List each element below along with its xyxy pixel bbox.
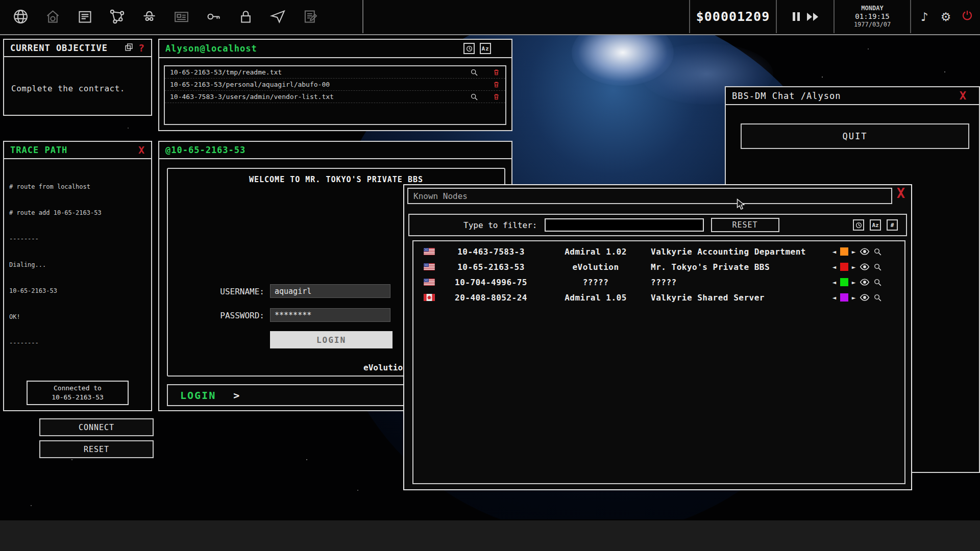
color-next-arrow[interactable]: ► xyxy=(852,280,856,285)
sort-time-icon[interactable] xyxy=(463,43,475,54)
sort-alpha-icon[interactable]: Az xyxy=(870,219,881,231)
watch-node-icon[interactable] xyxy=(860,263,870,270)
files-title: Alyson@localhost xyxy=(165,43,257,54)
trace-title: TRACE PATH xyxy=(10,145,67,155)
topbar-icon-group xyxy=(0,0,363,33)
objective-title-bar: CURRENT OBJECTIVE ? xyxy=(4,40,151,57)
node-row: 20-408-8052-24 Admiral 1.05 Valkyrie Sha… xyxy=(413,290,904,305)
trace-log: # route from localhost # route add 10-65… xyxy=(4,159,151,371)
lock-icon[interactable] xyxy=(234,6,257,28)
node-description: Mr. Tokyo's Private BBS xyxy=(651,262,832,272)
nodes-filter-bar: Type to filter: RESET Az # xyxy=(408,214,907,236)
power-icon[interactable] xyxy=(960,9,975,24)
node-controls: ◄ ► xyxy=(832,293,882,302)
view-file-icon[interactable] xyxy=(470,68,478,77)
watch-node-icon[interactable] xyxy=(860,248,870,255)
file-actions xyxy=(470,68,500,77)
node-description: Valkyrie Shared Server xyxy=(651,293,832,303)
watch-node-icon[interactable] xyxy=(860,279,870,286)
connected-status-box: Connected to 10-65-2163-53 xyxy=(27,381,129,405)
fast-forward-icon[interactable] xyxy=(807,13,819,21)
key-icon[interactable] xyxy=(202,6,225,28)
globe-icon[interactable] xyxy=(9,6,32,28)
watch-node-icon[interactable] xyxy=(860,294,870,301)
file-path: 10-65-2163-53/personal/aquagirl/abufo-00 xyxy=(170,81,330,88)
node-description: ????? xyxy=(651,278,832,287)
date-label: 1977/03/07 xyxy=(854,21,891,29)
chat-close-button[interactable]: X xyxy=(960,90,967,102)
known-nodes-close-button[interactable]: X xyxy=(897,186,905,200)
chat-quit-button[interactable]: QUIT xyxy=(741,123,969,149)
password-field[interactable] xyxy=(270,308,390,322)
newspaper-icon[interactable] xyxy=(74,6,96,28)
pause-icon[interactable] xyxy=(793,12,800,21)
color-prev-arrow[interactable]: ◄ xyxy=(832,249,837,255)
trace-line: -------- xyxy=(9,339,146,347)
node-number: 10-65-2163-53 xyxy=(435,262,547,272)
username-field[interactable] xyxy=(270,284,390,298)
send-message-icon[interactable] xyxy=(266,6,289,28)
username-label: USERNAME: xyxy=(168,287,264,296)
network-map-icon[interactable] xyxy=(106,6,128,28)
sort-numeric-icon[interactable]: # xyxy=(887,219,898,231)
known-nodes-title: Known Nodes xyxy=(413,191,468,201)
delete-file-icon[interactable] xyxy=(493,68,500,76)
node-controls: ◄ ► xyxy=(832,263,882,271)
card-icon[interactable] xyxy=(170,6,192,28)
trace-line: 10-65-2163-53 xyxy=(9,287,146,295)
connect-button[interactable]: CONNECT xyxy=(39,418,154,436)
node-row: 10-65-2163-53 eVolution Mr. Tokyo's Priv… xyxy=(413,259,904,274)
trace-line: OK! xyxy=(9,313,146,321)
color-next-arrow[interactable]: ► xyxy=(852,249,856,255)
sort-alpha-icon[interactable]: Az xyxy=(480,43,491,54)
color-prev-arrow[interactable]: ◄ xyxy=(832,280,837,285)
node-color-swatch xyxy=(840,293,848,302)
sort-time-icon[interactable] xyxy=(853,219,864,231)
inspect-node-icon[interactable] xyxy=(873,278,882,287)
node-list: 10-463-7583-3 Admiral 1.02 Valkyrie Acco… xyxy=(412,240,905,484)
files-title-bar: Alyson@localhost Az xyxy=(159,40,511,58)
datetime-display: MONDAY 01:19:15 1977/03/07 xyxy=(834,0,911,33)
canada-flag-icon xyxy=(424,294,435,301)
bbs-login-button[interactable]: LOGIN xyxy=(270,331,393,348)
trace-close-button[interactable]: X xyxy=(138,145,145,155)
notes-icon[interactable] xyxy=(299,6,321,28)
file-list: 10-65-2163-53/tmp/readme.txt 10-65-2163-… xyxy=(164,65,506,125)
nodes-filter-reset-button[interactable]: RESET xyxy=(711,218,779,232)
color-next-arrow[interactable]: ► xyxy=(852,264,856,270)
node-color-swatch xyxy=(840,247,848,256)
color-prev-arrow[interactable]: ◄ xyxy=(832,295,837,300)
bbs-vendor-brand: eVolution xyxy=(363,363,408,372)
objective-help-button[interactable]: ? xyxy=(138,42,145,54)
color-next-arrow[interactable]: ► xyxy=(852,295,856,300)
music-icon[interactable]: ♪ xyxy=(917,10,932,23)
connected-status-line2: 10-65-2163-53 xyxy=(28,393,128,402)
inspect-node-icon[interactable] xyxy=(873,293,882,302)
inspect-node-icon[interactable] xyxy=(873,247,882,256)
delete-file-icon[interactable] xyxy=(493,93,500,101)
known-nodes-title-bar[interactable]: Known Nodes xyxy=(407,188,892,204)
password-label: PASSWORD: xyxy=(168,311,264,320)
node-controls: ◄ ► xyxy=(832,278,882,287)
delete-file-icon[interactable] xyxy=(493,81,500,88)
nodes-sort-tools: Az # xyxy=(853,219,898,231)
nodes-filter-input[interactable] xyxy=(545,218,704,232)
color-prev-arrow[interactable]: ◄ xyxy=(832,264,837,270)
popout-window-icon[interactable] xyxy=(125,43,133,54)
view-file-icon[interactable] xyxy=(470,93,478,101)
spy-icon[interactable] xyxy=(138,6,160,28)
topbar-right-icons: ♪ ⚙ xyxy=(917,0,980,33)
node-description: Valkyrie Accounting Department xyxy=(651,247,832,257)
reset-connection-button[interactable]: RESET xyxy=(39,440,154,458)
remote-title-bar: @10-65-2163-53 xyxy=(159,142,511,159)
settings-gear-icon[interactable]: ⚙ xyxy=(938,10,953,23)
trace-line: -------- xyxy=(9,235,146,243)
node-color-swatch xyxy=(840,278,848,286)
top-bar: $00001209 MONDAY 01:19:15 1977/03/07 ♪ ⚙ xyxy=(0,0,980,35)
inspect-node-icon[interactable] xyxy=(873,263,882,271)
home-icon[interactable] xyxy=(41,6,64,28)
session-login-label: LOGIN xyxy=(180,389,216,402)
time-controls xyxy=(783,0,829,33)
file-path: 10-65-2163-53/tmp/readme.txt xyxy=(170,68,282,76)
node-version: ????? xyxy=(547,278,644,287)
